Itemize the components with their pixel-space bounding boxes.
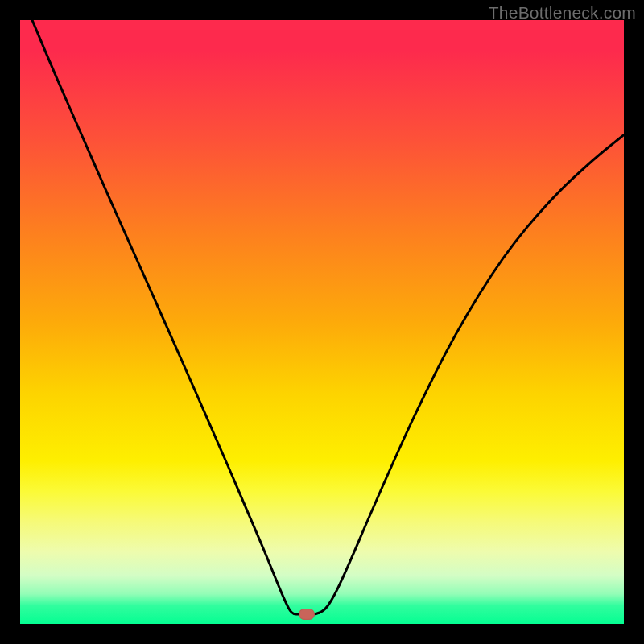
optimal-marker [299,609,315,620]
plot-area [20,20,624,624]
watermark-text: TheBottleneck.com [489,3,636,23]
chart-frame: TheBottleneck.com [0,0,644,644]
bottleneck-curve [32,20,624,614]
curve-svg [20,20,624,624]
